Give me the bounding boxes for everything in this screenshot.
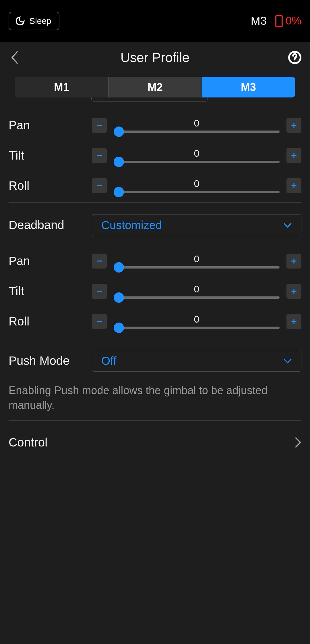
minus-icon	[96, 122, 103, 129]
moon-icon	[15, 16, 25, 26]
roll2-row: Roll 0	[0, 306, 310, 336]
chevron-left-icon	[11, 51, 20, 64]
back-button[interactable]	[8, 50, 22, 65]
pan2-value: 0	[194, 253, 199, 264]
pan-label: Pan	[9, 118, 92, 132]
slider-track	[114, 296, 280, 299]
slider-track	[114, 161, 280, 163]
pan-value: 0	[194, 118, 199, 129]
status-right: M3 0%	[251, 14, 302, 27]
roll-row: Roll 0	[0, 170, 310, 201]
pan-slider[interactable]: 0	[107, 118, 286, 133]
slider-thumb[interactable]	[114, 323, 124, 333]
tilt-row: Tilt 0	[0, 140, 310, 170]
slider-track	[114, 191, 280, 193]
pan2-slider[interactable]: 0	[107, 253, 286, 269]
deadband-select[interactable]: Customized	[92, 214, 301, 236]
sleep-button[interactable]: Sleep	[9, 12, 59, 30]
battery-icon	[275, 15, 283, 27]
control-label: Control	[9, 436, 47, 449]
plus-icon	[290, 122, 298, 129]
roll-decrement[interactable]	[92, 178, 107, 193]
pan-row: Pan 0	[0, 110, 310, 140]
chevron-right-icon	[294, 437, 301, 448]
help-icon	[288, 51, 302, 64]
pan2-label: Pan	[9, 254, 92, 268]
page-body: User Profile M1 M2 M3 Pan 0	[0, 42, 310, 644]
deadband-row: Deadband Customized	[0, 204, 310, 246]
minus-icon	[96, 182, 103, 189]
push-mode-help: Enabling Push mode allows the gimbal to …	[0, 382, 310, 419]
divider	[9, 420, 301, 421]
push-mode-select[interactable]: Off	[92, 350, 301, 372]
divider	[9, 202, 301, 203]
pan2-increment[interactable]	[286, 254, 301, 269]
roll-value: 0	[194, 178, 199, 189]
push-mode-label: Push Mode	[9, 354, 92, 368]
plus-icon	[290, 318, 298, 325]
tab-m1[interactable]: M1	[15, 77, 108, 97]
tilt2-value: 0	[194, 283, 199, 295]
tab-m2[interactable]: M2	[108, 77, 202, 97]
deadband-value: Customized	[101, 219, 162, 232]
chevron-down-icon	[283, 358, 292, 364]
tilt-decrement[interactable]	[92, 148, 107, 163]
slider-thumb[interactable]	[114, 157, 124, 167]
tilt2-increment[interactable]	[286, 284, 301, 299]
profile-tabs: M1 M2 M3	[15, 77, 295, 97]
dropdown-remnant	[91, 97, 208, 101]
slider-track	[114, 327, 280, 329]
tilt2-label: Tilt	[9, 284, 92, 298]
pan2-decrement[interactable]	[92, 254, 107, 269]
content-area: Pan 0 Tilt 0	[0, 101, 310, 644]
status-bar: Sleep M3 0%	[0, 0, 310, 42]
chevron-down-icon	[283, 222, 292, 228]
roll-slider[interactable]: 0	[107, 178, 286, 193]
tab-m3[interactable]: M3	[202, 77, 295, 97]
slider-track	[114, 131, 280, 133]
battery-indicator: 0%	[275, 15, 301, 27]
tilt2-slider[interactable]: 0	[107, 283, 286, 299]
roll2-label: Roll	[9, 315, 92, 328]
mode-indicator: M3	[251, 14, 267, 27]
tilt-increment[interactable]	[286, 148, 301, 163]
pan2-row: Pan 0	[0, 246, 310, 276]
svg-rect-1	[276, 16, 282, 27]
page-header: User Profile	[0, 42, 310, 73]
pan-decrement[interactable]	[92, 118, 107, 133]
roll-increment[interactable]	[286, 178, 301, 193]
slider-thumb[interactable]	[114, 187, 124, 197]
page-title: User Profile	[0, 50, 310, 65]
minus-icon	[96, 152, 103, 159]
sleep-label: Sleep	[29, 16, 51, 26]
tilt-label: Tilt	[9, 149, 92, 162]
slider-thumb[interactable]	[114, 262, 124, 273]
pan-increment[interactable]	[286, 118, 301, 133]
slider-thumb[interactable]	[114, 126, 124, 137]
tilt-slider[interactable]: 0	[107, 148, 286, 163]
plus-icon	[290, 152, 298, 159]
plus-icon	[290, 288, 298, 295]
deadband-label: Deadband	[9, 218, 92, 232]
divider	[9, 338, 301, 338]
slider-track	[114, 266, 280, 269]
slider-thumb[interactable]	[114, 292, 124, 303]
minus-icon	[96, 318, 103, 325]
roll2-increment[interactable]	[286, 314, 301, 329]
plus-icon	[290, 257, 298, 265]
svg-point-3	[294, 60, 295, 61]
minus-icon	[96, 288, 103, 295]
push-mode-row: Push Mode Off	[0, 340, 310, 382]
tilt2-decrement[interactable]	[92, 284, 107, 299]
battery-percent: 0%	[286, 15, 301, 27]
control-nav[interactable]: Control	[0, 422, 310, 463]
roll2-slider[interactable]: 0	[107, 314, 286, 329]
plus-icon	[290, 182, 298, 189]
help-button[interactable]	[288, 50, 302, 65]
roll-label: Roll	[9, 179, 92, 193]
tilt-value: 0	[194, 148, 199, 159]
roll2-value: 0	[194, 314, 199, 325]
minus-icon	[96, 257, 103, 265]
roll2-decrement[interactable]	[92, 314, 107, 329]
push-mode-value: Off	[101, 354, 117, 367]
